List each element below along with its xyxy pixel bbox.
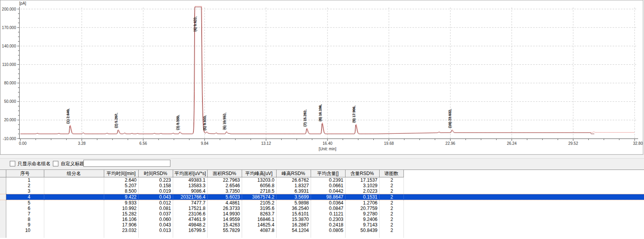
table-cell — [44, 188, 104, 194]
column-header[interactable]: 时间RSD% — [138, 170, 173, 177]
table-cell — [44, 206, 104, 211]
panel-splitter[interactable] — [0, 155, 644, 159]
checkbox-unchecked-icon[interactable] — [10, 161, 15, 166]
table-row[interactable]: 917.9060.04349848.215.426314625.416.2867… — [0, 222, 644, 228]
table-cell: 2.6546 — [207, 183, 242, 188]
table-cell — [44, 177, 104, 183]
table-cell: 20.7759 — [345, 206, 379, 211]
table-cell: 55.7829 — [207, 228, 242, 233]
table-cell: 3.5699 — [276, 194, 311, 200]
y-axis-unit-label: [pA] — [19, 1, 26, 5]
table-cell: 17.1537 — [345, 177, 379, 183]
table-cell: 9.2780 — [345, 211, 379, 217]
table-cell: 22.7963 — [207, 177, 242, 183]
table-cell: 0.0847 — [311, 206, 345, 211]
x-tick-label: 26.24 — [507, 141, 517, 146]
column-header[interactable]: 组分名 — [44, 170, 104, 177]
table-row[interactable]: 49.4220.04320321766.45.60233867574.23.56… — [0, 194, 644, 200]
table-cell: 9.2406 — [345, 217, 379, 222]
table-cell: 14.9930 — [207, 211, 242, 217]
column-header[interactable]: 峰高RSD% — [276, 170, 311, 177]
table-cell: 47461.9 — [173, 217, 207, 222]
x-tick-label: 16.40 — [322, 141, 332, 146]
table-cell: 9.933 — [104, 200, 138, 206]
table-cell: 15.6101 — [276, 211, 311, 217]
table-cell: 26.3733 — [207, 206, 242, 211]
table-cell: 1.8327 — [276, 183, 311, 188]
checkbox-unchecked-icon[interactable] — [53, 161, 58, 166]
table-cell: 4.4861 — [207, 200, 242, 206]
custom-title-checkbox-group[interactable]: 自定义标题 — [53, 161, 84, 167]
table-cell: 2 — [379, 194, 403, 200]
column-header[interactable]: 平均含量[] — [311, 170, 345, 177]
column-header[interactable]: 面积RSD% — [207, 170, 242, 177]
row-spacer — [403, 217, 644, 222]
table-cell: 2105.2 — [242, 200, 276, 206]
custom-title-input[interactable] — [83, 160, 170, 167]
row-spacer — [403, 206, 644, 211]
column-header[interactable]: 平均峰高[uV] — [242, 170, 276, 177]
table-cell: 26.6762 — [276, 177, 311, 183]
column-header[interactable]: 含量RSD% — [345, 170, 379, 177]
table-cell: 49848.2 — [173, 222, 207, 228]
peak-label: (1) 2.640, — [66, 108, 70, 124]
row-gutter-cell — [0, 188, 6, 194]
table-row[interactable]: 1023.0320.01316799.555.78294087.854.1204… — [0, 228, 644, 233]
table-cell: 6056.8 — [242, 183, 276, 188]
table-cell: 2 — [379, 217, 403, 222]
table-row[interactable]: 610.9920.08117521.826.37333195.636.25400… — [0, 206, 644, 211]
table-cell: 2.0223 — [345, 188, 379, 194]
table-cell: 0.1531 — [345, 194, 379, 200]
table-cell: 0.013 — [138, 228, 173, 233]
table-cell: 16799.5 — [173, 228, 207, 233]
empty-filler-row — [0, 233, 644, 238]
table-cell: 0.1121 — [311, 211, 345, 217]
table-row[interactable]: 38.5000.0199086.43.73502718.56.39310.044… — [0, 188, 644, 194]
peak-label: (6) 10.992, — [223, 112, 227, 130]
table-cell: 0.043 — [138, 194, 173, 200]
filler-cell — [276, 233, 311, 238]
chromatogram-panel[interactable]: 200.000170.000140.000110.00080.00050.000… — [0, 0, 643, 155]
table-cell: 36.2540 — [276, 206, 311, 211]
table-cell: 5.6023 — [207, 194, 242, 200]
table-cell: 14625.4 — [242, 222, 276, 228]
table-cell: 4087.8 — [242, 228, 276, 233]
table-cell: 23106.6 — [173, 211, 207, 217]
column-header[interactable]: 平均时间[min] — [104, 170, 138, 177]
trace-run-2 — [20, 7, 594, 134]
table-row[interactable]: 25.2070.15813583.32.65466056.81.83270.06… — [0, 183, 644, 188]
x-tick-label: 9.84 — [201, 141, 209, 146]
table-cell: 54.1204 — [276, 228, 311, 233]
table-cell — [44, 217, 104, 222]
table-cell — [44, 194, 104, 200]
table-cell: 6.3931 — [276, 188, 311, 194]
x-tick-label: 29.52 — [568, 141, 578, 146]
peak-label: (3) 8.500, — [176, 115, 180, 130]
table-row[interactable]: 715.2820.03723106.614.99308263.715.61010… — [0, 211, 644, 217]
filler-cell — [207, 233, 242, 238]
column-header[interactable]: 平均面积[uV*s] — [173, 170, 207, 177]
table-row[interactable]: 816.1060.06047461.914.955916846.115.3870… — [0, 217, 644, 222]
table-cell: 0.0364 — [311, 200, 345, 206]
column-header[interactable]: 序号 — [6, 170, 44, 177]
table-row[interactable]: 59.9330.0127477.74.48612105.25.98980.036… — [0, 200, 644, 206]
filler-cell — [379, 233, 403, 238]
table-row[interactable]: 12.6400.22349383.122.796313203.026.67620… — [0, 177, 644, 183]
show-named-only-checkbox-group[interactable]: 只显示命名组名 — [10, 161, 51, 167]
column-header[interactable]: 谱图数 — [379, 170, 403, 177]
table-cell: 0.0805 — [311, 228, 345, 233]
y-tick-label: 110.000 — [2, 62, 16, 67]
row-spacer — [403, 177, 644, 183]
x-tick-label: 0.00 — [19, 141, 27, 146]
table-cell: 4 — [6, 194, 44, 200]
x-tick-label: 13.12 — [261, 141, 271, 146]
table-cell — [44, 222, 104, 228]
chromatogram[interactable]: 200.000170.000140.000110.00080.00050.000… — [0, 0, 643, 154]
table-cell: 5.9898 — [276, 200, 311, 206]
row-gutter-cell — [0, 217, 6, 222]
row-gutter-cell — [0, 211, 6, 217]
table-cell: 2 — [379, 206, 403, 211]
results-table: 序号组分名平均时间[min]时间RSD%平均面积[uV*s]面积RSD%平均峰高… — [0, 170, 644, 238]
row-gutter-cell — [0, 177, 6, 183]
table-cell: 7477.7 — [173, 200, 207, 206]
